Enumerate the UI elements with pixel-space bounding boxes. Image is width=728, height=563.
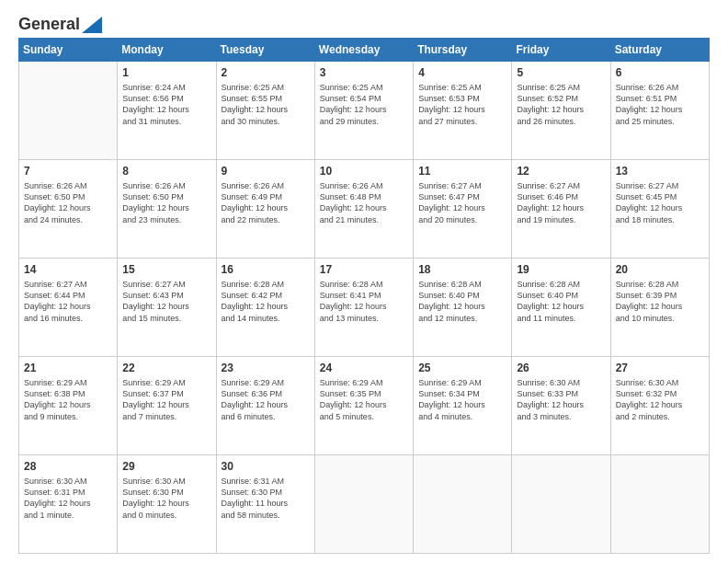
- calendar-table: SundayMondayTuesdayWednesdayThursdayFrid…: [18, 38, 710, 554]
- day-number: 9: [222, 164, 310, 178]
- day-info: Sunrise: 6:31 AM Sunset: 6:30 PM Dayligh…: [222, 476, 310, 521]
- day-info: Sunrise: 6:29 AM Sunset: 6:34 PM Dayligh…: [418, 377, 506, 422]
- day-number: 10: [320, 164, 408, 178]
- header: General: [18, 15, 710, 30]
- weekday-header-monday: Monday: [118, 39, 216, 62]
- calendar-cell: 12Sunrise: 6:27 AM Sunset: 6:46 PM Dayli…: [512, 160, 610, 259]
- day-info: Sunrise: 6:27 AM Sunset: 6:46 PM Dayligh…: [517, 180, 605, 225]
- day-number: 8: [122, 164, 210, 178]
- day-number: 26: [517, 361, 605, 375]
- day-info: Sunrise: 6:29 AM Sunset: 6:38 PM Dayligh…: [24, 377, 112, 422]
- calendar-cell: 4Sunrise: 6:25 AM Sunset: 6:53 PM Daylig…: [414, 62, 512, 160]
- week-row-4: 21Sunrise: 6:29 AM Sunset: 6:38 PM Dayli…: [19, 357, 710, 455]
- weekday-header-saturday: Saturday: [610, 39, 709, 62]
- day-info: Sunrise: 6:28 AM Sunset: 6:40 PM Dayligh…: [517, 279, 605, 324]
- calendar-cell: 18Sunrise: 6:28 AM Sunset: 6:40 PM Dayli…: [414, 259, 512, 357]
- day-info: Sunrise: 6:29 AM Sunset: 6:35 PM Dayligh…: [320, 377, 408, 422]
- day-info: Sunrise: 6:26 AM Sunset: 6:51 PM Dayligh…: [616, 82, 704, 127]
- logo-triangle-icon: [82, 17, 102, 33]
- day-info: Sunrise: 6:25 AM Sunset: 6:52 PM Dayligh…: [517, 82, 605, 127]
- calendar-cell: [610, 455, 709, 554]
- weekday-header-row: SundayMondayTuesdayWednesdayThursdayFrid…: [19, 39, 710, 62]
- day-number: 29: [122, 459, 210, 474]
- day-info: Sunrise: 6:24 AM Sunset: 6:56 PM Dayligh…: [122, 82, 210, 127]
- week-row-1: 1Sunrise: 6:24 AM Sunset: 6:56 PM Daylig…: [19, 62, 710, 160]
- day-info: Sunrise: 6:27 AM Sunset: 6:45 PM Dayligh…: [616, 180, 704, 225]
- week-row-2: 7Sunrise: 6:26 AM Sunset: 6:50 PM Daylig…: [19, 160, 710, 259]
- day-number: 7: [24, 164, 112, 178]
- calendar-cell: 8Sunrise: 6:26 AM Sunset: 6:50 PM Daylig…: [118, 160, 216, 259]
- calendar-cell: 30Sunrise: 6:31 AM Sunset: 6:30 PM Dayli…: [216, 455, 314, 554]
- calendar-cell: 10Sunrise: 6:26 AM Sunset: 6:48 PM Dayli…: [314, 160, 413, 259]
- calendar-cell: 16Sunrise: 6:28 AM Sunset: 6:42 PM Dayli…: [216, 259, 314, 357]
- calendar-cell: 29Sunrise: 6:30 AM Sunset: 6:30 PM Dayli…: [118, 455, 216, 554]
- calendar-cell: 17Sunrise: 6:28 AM Sunset: 6:41 PM Dayli…: [314, 259, 413, 357]
- day-info: Sunrise: 6:28 AM Sunset: 6:42 PM Dayligh…: [222, 279, 310, 324]
- logo: General: [18, 15, 102, 30]
- calendar-cell: 24Sunrise: 6:29 AM Sunset: 6:35 PM Dayli…: [314, 357, 413, 455]
- day-number: 27: [616, 361, 704, 375]
- calendar-cell: 3Sunrise: 6:25 AM Sunset: 6:54 PM Daylig…: [314, 62, 413, 160]
- day-number: 20: [616, 262, 704, 277]
- day-info: Sunrise: 6:25 AM Sunset: 6:53 PM Dayligh…: [418, 82, 506, 127]
- day-info: Sunrise: 6:30 AM Sunset: 6:33 PM Dayligh…: [517, 377, 605, 422]
- weekday-header-tuesday: Tuesday: [216, 39, 314, 62]
- calendar-cell: 21Sunrise: 6:29 AM Sunset: 6:38 PM Dayli…: [19, 357, 118, 455]
- weekday-header-thursday: Thursday: [414, 39, 512, 62]
- day-number: 18: [418, 262, 506, 277]
- day-number: 6: [616, 65, 704, 80]
- day-number: 13: [616, 164, 704, 178]
- calendar-cell: 25Sunrise: 6:29 AM Sunset: 6:34 PM Dayli…: [414, 357, 512, 455]
- day-number: 14: [24, 262, 112, 277]
- weekday-header-wednesday: Wednesday: [314, 39, 413, 62]
- day-number: 28: [24, 459, 112, 474]
- week-row-3: 14Sunrise: 6:27 AM Sunset: 6:44 PM Dayli…: [19, 259, 710, 357]
- calendar-cell: 7Sunrise: 6:26 AM Sunset: 6:50 PM Daylig…: [19, 160, 118, 259]
- day-info: Sunrise: 6:26 AM Sunset: 6:50 PM Dayligh…: [24, 180, 112, 225]
- day-info: Sunrise: 6:30 AM Sunset: 6:31 PM Dayligh…: [24, 476, 112, 521]
- calendar-cell: 14Sunrise: 6:27 AM Sunset: 6:44 PM Dayli…: [19, 259, 118, 357]
- day-number: 5: [517, 65, 605, 80]
- day-number: 3: [320, 65, 408, 80]
- svg-marker-0: [82, 17, 102, 33]
- weekday-header-friday: Friday: [512, 39, 610, 62]
- weekday-header-sunday: Sunday: [19, 39, 118, 62]
- calendar-cell: [414, 455, 512, 554]
- calendar-cell: 1Sunrise: 6:24 AM Sunset: 6:56 PM Daylig…: [118, 62, 216, 160]
- calendar-cell: 9Sunrise: 6:26 AM Sunset: 6:49 PM Daylig…: [216, 160, 314, 259]
- day-info: Sunrise: 6:29 AM Sunset: 6:36 PM Dayligh…: [222, 377, 310, 422]
- day-info: Sunrise: 6:28 AM Sunset: 6:41 PM Dayligh…: [320, 279, 408, 324]
- week-row-5: 28Sunrise: 6:30 AM Sunset: 6:31 PM Dayli…: [19, 455, 710, 554]
- day-info: Sunrise: 6:27 AM Sunset: 6:44 PM Dayligh…: [24, 279, 112, 324]
- day-number: 1: [122, 65, 210, 80]
- day-info: Sunrise: 6:28 AM Sunset: 6:39 PM Dayligh…: [616, 279, 704, 324]
- day-info: Sunrise: 6:29 AM Sunset: 6:37 PM Dayligh…: [122, 377, 210, 422]
- calendar-cell: 13Sunrise: 6:27 AM Sunset: 6:45 PM Dayli…: [610, 160, 709, 259]
- calendar-cell: 20Sunrise: 6:28 AM Sunset: 6:39 PM Dayli…: [610, 259, 709, 357]
- day-number: 11: [418, 164, 506, 178]
- day-info: Sunrise: 6:30 AM Sunset: 6:30 PM Dayligh…: [122, 476, 210, 521]
- day-number: 2: [222, 65, 310, 80]
- calendar-cell: 28Sunrise: 6:30 AM Sunset: 6:31 PM Dayli…: [19, 455, 118, 554]
- day-number: 22: [122, 361, 210, 375]
- calendar-cell: 23Sunrise: 6:29 AM Sunset: 6:36 PM Dayli…: [216, 357, 314, 455]
- day-number: 16: [222, 262, 310, 277]
- day-number: 25: [418, 361, 506, 375]
- calendar-cell: 15Sunrise: 6:27 AM Sunset: 6:43 PM Dayli…: [118, 259, 216, 357]
- day-info: Sunrise: 6:25 AM Sunset: 6:55 PM Dayligh…: [222, 82, 310, 127]
- day-number: 17: [320, 262, 408, 277]
- calendar-cell: 5Sunrise: 6:25 AM Sunset: 6:52 PM Daylig…: [512, 62, 610, 160]
- day-info: Sunrise: 6:27 AM Sunset: 6:47 PM Dayligh…: [418, 180, 506, 225]
- day-number: 15: [122, 262, 210, 277]
- day-info: Sunrise: 6:26 AM Sunset: 6:48 PM Dayligh…: [320, 180, 408, 225]
- day-number: 21: [24, 361, 112, 375]
- calendar-cell: 6Sunrise: 6:26 AM Sunset: 6:51 PM Daylig…: [610, 62, 709, 160]
- day-info: Sunrise: 6:26 AM Sunset: 6:50 PM Dayligh…: [122, 180, 210, 225]
- calendar-cell: 11Sunrise: 6:27 AM Sunset: 6:47 PM Dayli…: [414, 160, 512, 259]
- calendar-cell: 19Sunrise: 6:28 AM Sunset: 6:40 PM Dayli…: [512, 259, 610, 357]
- day-info: Sunrise: 6:30 AM Sunset: 6:32 PM Dayligh…: [616, 377, 704, 422]
- calendar-cell: 27Sunrise: 6:30 AM Sunset: 6:32 PM Dayli…: [610, 357, 709, 455]
- calendar-cell: [512, 455, 610, 554]
- calendar-cell: 26Sunrise: 6:30 AM Sunset: 6:33 PM Dayli…: [512, 357, 610, 455]
- page: General SundayMondayTuesdayWednesdayThur…: [0, 0, 728, 563]
